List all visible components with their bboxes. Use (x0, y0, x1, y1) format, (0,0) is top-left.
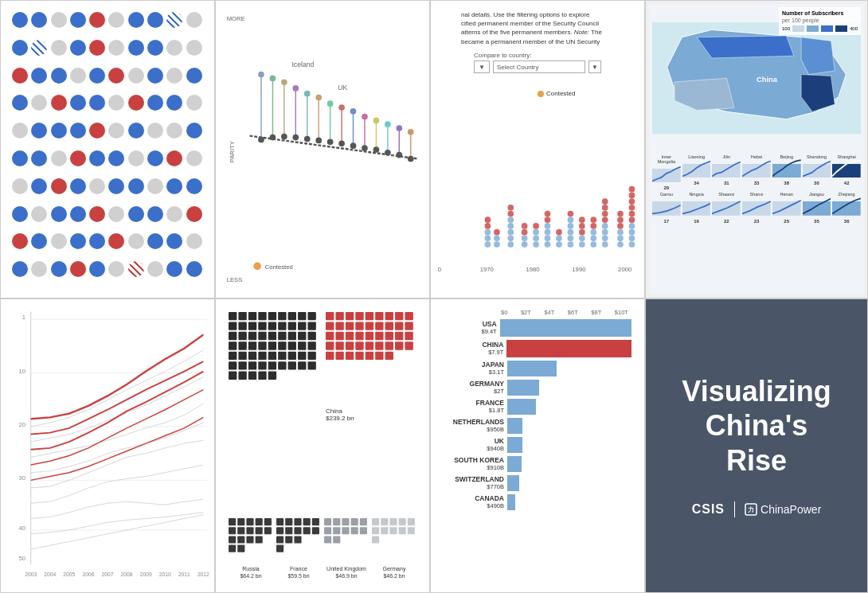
dot (31, 123, 47, 138)
svg-rect-289 (324, 518, 331, 525)
svg-rect-204 (248, 361, 256, 369)
dot (186, 150, 202, 166)
svg-rect-285 (276, 536, 283, 544)
dot (147, 261, 163, 277)
svg-rect-228 (355, 322, 363, 330)
dot (89, 12, 105, 28)
svg-text:40: 40 (18, 525, 25, 532)
dot-matrix-cell (0, 0, 215, 298)
dot (108, 68, 124, 84)
svg-rect-308 (389, 527, 397, 534)
svg-point-105 (617, 229, 624, 236)
svg-point-83 (568, 217, 574, 223)
svg-text:1990: 1990 (572, 266, 585, 273)
svg-rect-202 (229, 361, 237, 369)
svg-rect-230 (375, 322, 383, 330)
dot (31, 206, 47, 222)
svg-rect-252 (326, 352, 334, 360)
svg-rect-262 (256, 518, 263, 525)
uk-label: UK (338, 84, 347, 92)
svg-rect-254 (346, 352, 354, 360)
svg-rect-239 (375, 332, 383, 340)
svg-rect-160 (258, 312, 266, 320)
dot-grid (12, 12, 203, 287)
dot (70, 261, 86, 277)
svg-point-49 (485, 229, 491, 236)
svg-rect-281 (285, 527, 292, 534)
svg-rect-293 (360, 518, 367, 525)
svg-point-79 (568, 241, 574, 248)
svg-rect-197 (268, 352, 276, 360)
svg-point-82 (568, 223, 574, 229)
svg-rect-157 (229, 312, 237, 320)
svg-point-14 (304, 136, 311, 142)
svg-point-64 (522, 229, 528, 236)
dot (12, 123, 28, 138)
svg-rect-299 (324, 536, 331, 544)
dot (31, 178, 47, 194)
svg-point-17 (315, 138, 322, 144)
dot (12, 150, 28, 166)
svg-point-78 (556, 229, 562, 236)
dot (89, 68, 105, 84)
svg-point-11 (292, 135, 299, 141)
svg-rect-277 (294, 518, 301, 525)
map-legend: Number of Subscribers per 100 people 100… (779, 7, 861, 35)
svg-point-4 (270, 76, 276, 82)
uk-waffle: United Kingdom $46.9 bn (324, 518, 369, 579)
svg-rect-292 (351, 518, 358, 525)
country-select[interactable]: Select Country (493, 60, 585, 73)
dot (51, 178, 67, 194)
dot (70, 68, 86, 84)
dot (128, 40, 144, 56)
tooltip-text: nal details. Use the filtering options t… (458, 7, 617, 49)
svg-point-89 (579, 217, 585, 223)
svg-rect-249 (385, 341, 393, 349)
svg-rect-213 (248, 372, 256, 380)
svg-text:China: China (757, 76, 778, 84)
dot (70, 12, 86, 28)
select-arrow[interactable]: ▼ (588, 60, 601, 73)
svg-rect-171 (278, 322, 286, 330)
svg-rect-121 (652, 169, 681, 183)
dot (70, 40, 86, 56)
svg-rect-286 (285, 536, 292, 544)
svg-text:2005: 2005 (63, 572, 75, 577)
dot (70, 123, 86, 138)
svg-rect-182 (298, 332, 306, 340)
svg-point-56 (507, 235, 514, 241)
svg-point-32 (373, 146, 380, 153)
dot (12, 95, 28, 111)
svg-rect-263 (264, 518, 272, 525)
svg-rect-169 (258, 322, 266, 330)
parity-chart-cell: MORE PARITY LESS Iceland UK (215, 0, 430, 298)
svg-rect-173 (298, 322, 306, 330)
dot (51, 40, 67, 56)
svg-point-67 (533, 235, 539, 241)
dot (12, 233, 28, 249)
svg-point-53 (494, 235, 500, 241)
svg-rect-236 (346, 332, 354, 340)
france-waffle: France $59.5 bn (276, 518, 321, 579)
svg-point-75 (545, 211, 551, 217)
dropdown-arrow[interactable]: ▼ (474, 60, 490, 73)
svg-rect-168 (248, 322, 256, 330)
svg-point-99 (602, 217, 608, 223)
dot (128, 261, 144, 277)
title-card-cell: Visualizing China's Rise CSIS 力 ChinaPow… (645, 298, 868, 593)
svg-point-54 (494, 229, 500, 236)
less-label: LESS (227, 276, 243, 283)
chinapower-icon: 力 (745, 503, 757, 516)
svg-point-112 (629, 223, 635, 229)
dot (147, 233, 163, 249)
dot (108, 233, 124, 249)
svg-text:2006: 2006 (82, 572, 94, 577)
dot (70, 95, 86, 111)
dot (31, 233, 47, 249)
dot (89, 261, 105, 277)
svg-rect-224 (405, 312, 412, 320)
svg-point-77 (556, 235, 562, 241)
bar-germany: GERMANY $2T (444, 380, 631, 396)
dot (128, 123, 144, 138)
svg-rect-200 (298, 352, 306, 360)
